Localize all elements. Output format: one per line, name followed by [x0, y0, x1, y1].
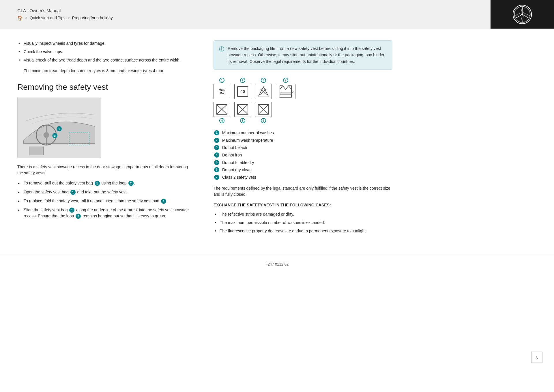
badge-1b: 1 [70, 190, 76, 195]
care-symbol-5: 5 [234, 102, 251, 123]
care-symbols-section: 1 Max. 15x 2 40 [214, 78, 392, 123]
legend-item-6: 6 Do not dry clean [214, 167, 392, 173]
care-symbol-7: 7 2 [276, 78, 295, 99]
badge-1: 1 [95, 181, 100, 186]
care-symbol-6: 6 [255, 102, 272, 123]
manual-title: GLA - Owner's Manual [17, 8, 473, 13]
legend-item-7: 7 Class 2 safety vest [214, 175, 392, 180]
safety-vest-intro: There is a safety vest stowage recess in… [17, 164, 190, 176]
legend-item-2: 2 Maximum wash temperature [214, 138, 392, 143]
badge-2b: 2 [76, 214, 81, 219]
brand-logo [491, 0, 554, 29]
requirements-text: The requirements defined by the legal st… [214, 185, 392, 197]
main-content: Visually inspect wheels and tyres for da… [0, 29, 554, 250]
tread-depth-note: The minimum tread depth for summer tyres… [24, 68, 190, 74]
legend-item-3: 3 Do not bleach [214, 145, 392, 151]
header-content: GLA - Owner's Manual 🏠 > Quick start and… [0, 0, 491, 29]
chevron-up-icon: ∧ [535, 355, 538, 360]
info-box-text: Remove the packaging film from a new saf… [228, 45, 387, 65]
exchange-heading: EXCHANGE THE SAFETY VEST IN THE FOLLOWIN… [214, 203, 392, 207]
svg-point-6 [44, 132, 49, 138]
info-icon: ⓘ [219, 46, 224, 65]
care-symbol-2: 2 40 [234, 78, 251, 99]
legend-badge-5: 5 [214, 160, 219, 165]
legend-item-4: 4 Do not iron [214, 152, 392, 158]
right-column: ⓘ Remove the packaging film from a new s… [208, 40, 392, 239]
badge-2: 2 [128, 181, 134, 186]
breadcrumb-sep2: > [68, 16, 70, 20]
svg-text:2: 2 [54, 134, 56, 137]
left-column: Visually inspect wheels and tyres for da… [17, 40, 208, 239]
footer: F247 0112 02 [0, 256, 554, 272]
section-heading-safety-vest: Removing the safety vest [17, 83, 190, 92]
legend-badge-7: 7 [214, 175, 219, 180]
legend-badge-4: 4 [214, 152, 219, 158]
list-item: Visually inspect wheels and tyres for da… [17, 40, 190, 46]
breadcrumb-sep1: > [25, 16, 27, 20]
step-3: To replace: fold the safety vest, roll i… [17, 198, 190, 204]
step-1: To remove: pull out the safety vest bag … [17, 180, 190, 186]
exchange-item-2: The maximum permissible number of washes… [214, 220, 392, 226]
care-symbol-4: 4 [214, 102, 230, 123]
care-symbol-3: 3 [255, 78, 272, 99]
legend-badge-6: 6 [214, 167, 219, 172]
mercedes-star-icon [512, 4, 532, 25]
tyre-check-list: Visually inspect wheels and tyres for da… [17, 40, 190, 63]
svg-text:1: 1 [58, 127, 60, 130]
legend-badge-2: 2 [214, 138, 219, 143]
badge-1d: 1 [69, 208, 74, 213]
exchange-item-1: The reflective strips are damaged or dir… [214, 211, 392, 217]
step-4: Slide the safety vest bag 1 along the un… [17, 207, 190, 219]
header: GLA - Owner's Manual 🏠 > Quick start and… [0, 0, 554, 29]
badge-1c: 1 [161, 199, 166, 204]
footer-code: F247 0112 02 [265, 262, 289, 266]
breadcrumb-current: Preparing for a holiday [72, 16, 113, 20]
svg-text:2: 2 [292, 90, 294, 94]
safety-vest-steps: To remove: pull out the safety vest bag … [17, 180, 190, 219]
legend-item-5: 5 Do not tumble dry [214, 160, 392, 166]
exchange-item-3: The fluorescence property decreases, e.g… [214, 228, 392, 234]
svg-text:40: 40 [240, 89, 245, 94]
legend-item-1: 1 Maximum number of washes [214, 130, 392, 136]
home-icon[interactable]: 🏠 [17, 15, 23, 21]
legend-badge-3: 3 [214, 145, 219, 150]
step-2: Open the safety vest bag 1 and take out … [17, 189, 190, 195]
list-item: Check the valve caps. [17, 49, 190, 55]
breadcrumb-quickstart[interactable]: Quick start and Tips [30, 16, 65, 20]
info-box: ⓘ Remove the packaging film from a new s… [214, 40, 392, 70]
exchange-list: The reflective strips are damaged or dir… [214, 211, 392, 234]
car-diagram-image: 1 2 [17, 98, 101, 158]
care-symbol-1: 1 Max. 15x [214, 78, 230, 99]
legend-badge-1: 1 [214, 130, 219, 135]
care-legend: 1 Maximum number of washes 2 Maximum was… [214, 130, 392, 180]
breadcrumb: 🏠 > Quick start and Tips > Preparing for… [17, 15, 473, 21]
scroll-up-button[interactable]: ∧ [531, 352, 542, 363]
list-item: Visual check of the tyre tread depth and… [17, 57, 190, 63]
svg-point-2 [521, 13, 523, 15]
